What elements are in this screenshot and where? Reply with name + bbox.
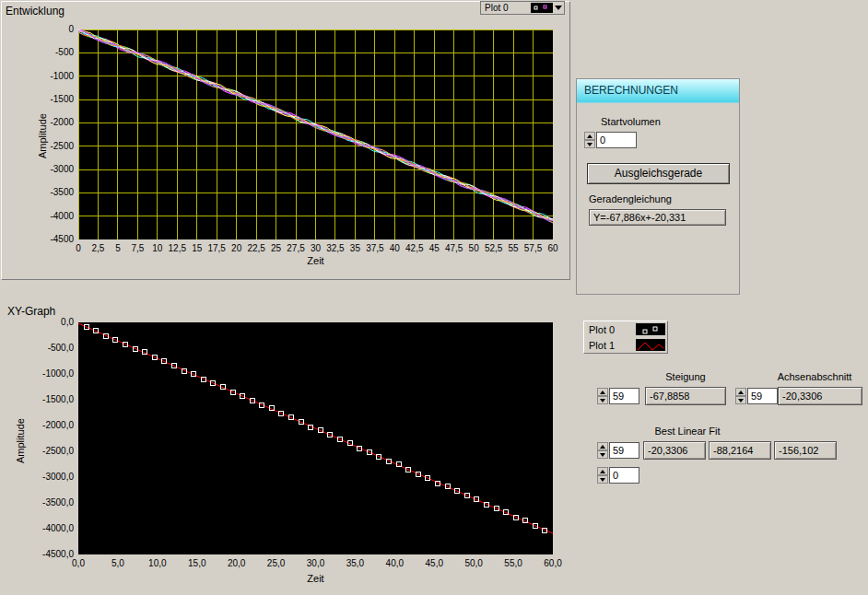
- xy-graph-y-tick-label: -1000,0: [28, 368, 74, 379]
- arrow-up-icon: [587, 134, 592, 138]
- xy-graph-y-tick-label: -4000,0: [28, 523, 74, 534]
- xy-graph-x-tick-label: 35,0: [336, 558, 373, 569]
- xy-graph-y-tick-label: -2000,0: [28, 420, 74, 431]
- entwicklung-y-tick-label: -4000: [28, 211, 74, 222]
- xy-graph-y-tick-label: -3500,0: [28, 497, 74, 508]
- startvolumen-label: Startvolumen: [601, 116, 661, 128]
- entwicklung-y-tick-label: -1500: [28, 94, 74, 105]
- xy-graph-y-axis-label: Amplitude: [15, 418, 26, 463]
- increment-button[interactable]: [584, 132, 595, 140]
- entwicklung-y-tick-label: -1000: [28, 71, 74, 82]
- entwicklung-x-tick-label: 60: [534, 243, 571, 254]
- decrement-button[interactable]: [597, 450, 608, 459]
- xy-graph-x-tick-label: 5,0: [100, 558, 136, 569]
- decrement-button[interactable]: [597, 396, 608, 404]
- entwicklung-x-axis-label: Zeit: [78, 255, 553, 267]
- xy-graph-x-tick-label: 30,0: [298, 558, 334, 569]
- xy-graph-x-tick-label: 10,0: [139, 558, 176, 569]
- entwicklung-y-tick-label: -500: [28, 47, 74, 58]
- blf-second-index-spinner[interactable]: [597, 467, 608, 484]
- xy-graph-x-tick-label: 0,0: [60, 558, 97, 569]
- entwicklung-y-tick-label: -3000: [28, 164, 74, 175]
- arrow-down-icon: [587, 143, 592, 146]
- arrow-down-icon: [600, 453, 605, 457]
- xy-graph-y-tick-label: -3000,0: [28, 472, 74, 483]
- arrow-down-icon: [600, 399, 605, 402]
- blf-index-input[interactable]: 59: [609, 442, 639, 459]
- xy-graph-x-tick-label: 20,0: [218, 558, 255, 569]
- steigung-index-input[interactable]: 59: [609, 388, 639, 404]
- steigung-index-spinner[interactable]: [597, 388, 608, 404]
- blf-value-1-display: -88,2164: [709, 441, 771, 460]
- plot0-sample-icon: [531, 3, 553, 13]
- increment-button[interactable]: [597, 388, 608, 396]
- startvolumen-input[interactable]: 0: [596, 132, 637, 148]
- entwicklung-title: Entwicklung: [6, 5, 65, 18]
- achsenabschnitt-index-spinner[interactable]: [735, 388, 746, 404]
- entwicklung-y-tick-label: -2000: [28, 117, 74, 128]
- decrement-button[interactable]: [584, 140, 595, 148]
- xy-graph-x-tick-label: 25,0: [258, 558, 295, 569]
- geradengleichung-label: Geradengleichung: [589, 193, 672, 205]
- xy-graph-x-axis-label: Zeit: [78, 573, 553, 585]
- xy-graph-y-tick-label: 0,0: [28, 317, 74, 328]
- increment-button[interactable]: [597, 467, 608, 475]
- blf-value-2-display: -156,102: [774, 441, 837, 460]
- plot0-selector-label: Plot 0: [481, 3, 531, 13]
- legend-item-plot1[interactable]: Plot 1: [584, 337, 667, 353]
- xy-graph-y-tick-label: -2500,0: [28, 446, 74, 457]
- xy-graph-title: XY-Graph: [7, 305, 55, 318]
- blf-second-index-input[interactable]: 0: [609, 467, 639, 484]
- blf-index-spinner[interactable]: [597, 442, 608, 459]
- arrow-up-icon: [600, 391, 605, 394]
- legend-plot0-label: Plot 0: [584, 324, 636, 335]
- xy-graph-chart: [78, 322, 553, 554]
- decrement-button[interactable]: [735, 396, 746, 404]
- increment-button[interactable]: [597, 442, 608, 450]
- plot0-selector[interactable]: Plot 0: [480, 1, 565, 15]
- xy-graph-y-tick-label: -500,0: [28, 343, 74, 354]
- xy-graph-x-tick-label: 60,0: [534, 558, 571, 569]
- berechnungen-panel: [576, 78, 740, 295]
- plot1-legend-sample-icon: [636, 339, 665, 351]
- entwicklung-chart: [78, 29, 553, 239]
- xy-graph-x-tick-label: 55,0: [495, 558, 532, 569]
- entwicklung-y-tick-label: -3500: [28, 187, 74, 198]
- increment-button[interactable]: [735, 388, 746, 396]
- entwicklung-y-tick-label: -2500: [28, 141, 74, 152]
- plot0-legend-sample-icon: [636, 323, 665, 335]
- best-linear-fit-label: Best Linear Fit: [636, 426, 739, 438]
- berechnungen-header: BERECHNUNGEN: [577, 79, 739, 103]
- arrow-down-icon: [600, 478, 605, 482]
- arrow-up-icon: [738, 391, 744, 394]
- xy-graph-x-tick-label: 50,0: [455, 558, 492, 569]
- arrow-up-icon: [600, 445, 605, 449]
- steigung-display: -67,8858: [645, 387, 726, 405]
- geradengleichung-display: Y=-67,886x+-20,331: [589, 209, 726, 226]
- ausgleichsgerade-button[interactable]: Ausgleichsgerade: [587, 163, 730, 184]
- startvolumen-spinner[interactable]: [584, 132, 595, 148]
- chevron-down-icon[interactable]: [553, 2, 564, 14]
- xy-graph-legend: Plot 0 Plot 1: [583, 321, 668, 354]
- blf-value-0-display: -20,3306: [643, 441, 706, 460]
- xy-graph-y-tick-label: -1500,0: [28, 394, 74, 405]
- decrement-button[interactable]: [597, 475, 608, 484]
- achsenabschnitt-index-input[interactable]: 59: [747, 388, 778, 404]
- steigung-label: Steigung: [645, 371, 726, 383]
- entwicklung-y-tick-label: 0: [28, 24, 74, 35]
- xy-graph-x-tick-label: 15,0: [179, 558, 216, 569]
- xy-graph-x-tick-label: 45,0: [416, 558, 452, 569]
- arrow-down-icon: [738, 399, 744, 402]
- legend-item-plot0[interactable]: Plot 0: [584, 321, 667, 337]
- achsenabschnitt-label: Achsenabschnitt: [763, 371, 866, 383]
- xy-graph-x-tick-label: 40,0: [376, 558, 413, 569]
- legend-plot1-label: Plot 1: [584, 340, 636, 351]
- arrow-up-icon: [600, 470, 605, 473]
- labview-front-panel: Entwicklung Plot 0 Amplitude Zeit BERECH…: [0, 0, 868, 595]
- achsenabschnitt-display: -20,3306: [778, 387, 862, 405]
